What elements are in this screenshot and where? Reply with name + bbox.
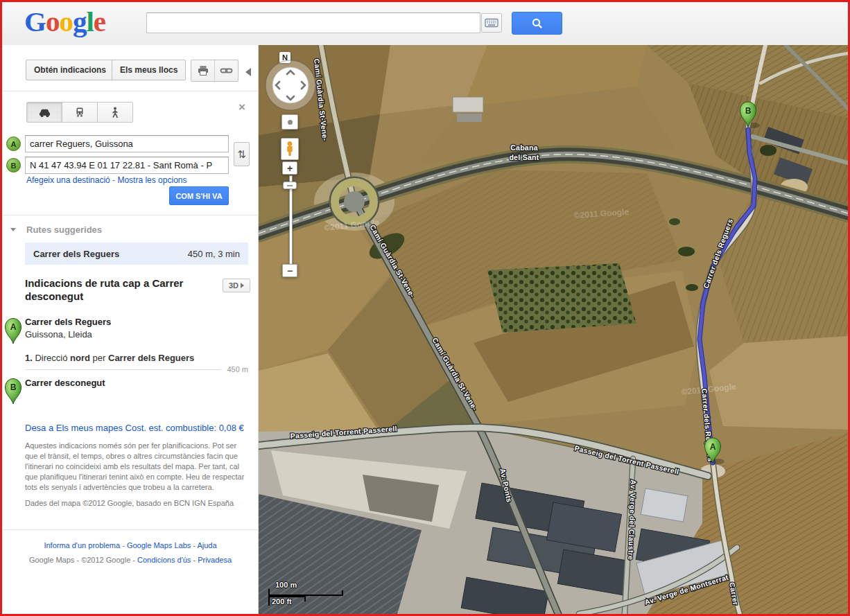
- place-label: del Sant: [509, 153, 539, 161]
- google-maps-window: Google Obtén indicacions Els meus llocs: [0, 0, 850, 616]
- zoom-slider-track[interactable]: [289, 175, 293, 268]
- maps-labs-link[interactable]: Google Maps Labs: [127, 541, 191, 549]
- start-subtitle: Guissona, Lleida: [25, 329, 92, 340]
- divider: [2, 215, 259, 215]
- report-problem-link[interactable]: Informa d'un problema: [44, 541, 120, 549]
- add-destination-link[interactable]: Afegeix una destinació: [26, 175, 110, 185]
- scale-bar-metric: [268, 590, 343, 596]
- route-distance-time: 450 m, 3 min: [188, 249, 240, 259]
- scale-metric-label: 100 m: [275, 581, 297, 589]
- pan-control[interactable]: [264, 59, 317, 112]
- google-logo[interactable]: Google: [24, 5, 105, 38]
- handle-grip: [287, 185, 293, 186]
- directions-disclaimer: Aquestes indicacions només són per fer p…: [25, 441, 248, 493]
- pegman-icon: [285, 141, 295, 157]
- zoom-slider-handle[interactable]: [283, 182, 297, 189]
- print-link-group: [191, 60, 238, 82]
- reset-view-button[interactable]: [281, 114, 298, 130]
- help-link[interactable]: Ajuda: [197, 541, 216, 549]
- search-input[interactable]: [146, 12, 480, 33]
- scale-imperial-label: 200 ft: [272, 597, 292, 606]
- waypoint-b-badge: B: [6, 158, 21, 173]
- zoom-out-button[interactable]: −: [282, 264, 297, 277]
- waypoint-links: Afegeix una destinació - Mostra les opci…: [26, 175, 187, 185]
- transit-icon: [74, 107, 85, 118]
- close-directions-icon[interactable]: ×: [238, 100, 245, 114]
- travel-mode-tabs: [26, 102, 133, 123]
- play-3d-icon: [241, 283, 244, 288]
- divider: [2, 529, 259, 530]
- start-title[interactable]: Carrer dels Reguers: [25, 317, 111, 327]
- map-data-attribution: Dades del mapa ©2012 Google, basado en B…: [25, 499, 234, 507]
- distance-rule: [25, 369, 221, 370]
- footer-links: Informa d'un problema - Google Maps Labs…: [2, 541, 259, 549]
- get-directions-button[interactable]: Obtén indicacions: [26, 60, 114, 80]
- destination-input[interactable]: [25, 157, 229, 174]
- get-route-button[interactable]: COM S'HI VA: [169, 186, 229, 205]
- step-1[interactable]: 1. Direcció nord per Carrer dels Reguers: [25, 353, 194, 363]
- map-canvas[interactable]: ©2011 Google ©2011 Google ©2011 Google C…: [259, 45, 848, 614]
- footer-legal: Google Maps - ©2012 Google - Condicions …: [2, 556, 259, 564]
- origin-input[interactable]: [25, 135, 229, 152]
- waypoint-a-badge: A: [6, 137, 21, 151]
- dot-icon: [288, 120, 293, 125]
- place-label: Cabana: [510, 143, 538, 152]
- tab-walking[interactable]: [97, 103, 132, 122]
- link-icon: [220, 65, 233, 76]
- svg-text:A: A: [710, 442, 716, 452]
- suggested-route-item[interactable]: Carrer dels Reguers 450 m, 3 min: [25, 243, 248, 265]
- collapse-routes-icon[interactable]: [10, 228, 16, 231]
- fuel-cost-link[interactable]: Cost. est. combustible: 0,08 €: [125, 423, 244, 433]
- directions-heading: Indicacions de ruta cap a Carrer descone…: [25, 276, 214, 303]
- privacy-link[interactable]: Privadesa: [198, 556, 232, 564]
- car-icon: [38, 107, 51, 118]
- search-button[interactable]: [512, 12, 562, 35]
- my-places-button[interactable]: Els meus llocs: [112, 60, 186, 80]
- svg-text:B: B: [10, 382, 17, 392]
- tab-transit[interactable]: [62, 103, 97, 122]
- show-options-link[interactable]: Mostra les opcions: [117, 175, 187, 185]
- directions-panel: Obtén indicacions Els meus llocs: [2, 45, 259, 614]
- link-separator: -: [112, 175, 115, 185]
- view-3d-button[interactable]: 3D: [223, 279, 250, 292]
- swap-waypoints-button[interactable]: ⇅: [234, 142, 250, 166]
- route-name: Carrer dels Reguers: [33, 249, 119, 259]
- share-link-button[interactable]: [214, 60, 238, 81]
- virtual-keyboard-button[interactable]: [481, 13, 502, 33]
- save-to-my-maps-link[interactable]: Desa a Els meus mapes: [25, 423, 123, 433]
- search-icon: [531, 17, 544, 30]
- collapse-panel-arrow[interactable]: [245, 68, 251, 76]
- satellite-imagery: ©2011 Google ©2011 Google ©2011 Google C…: [259, 45, 848, 614]
- pedestrian-icon: [110, 107, 120, 118]
- step-1-distance: 450 m: [25, 365, 248, 373]
- keyboard-icon: [485, 18, 498, 28]
- zoom-in-button[interactable]: +: [282, 161, 297, 175]
- end-title[interactable]: Carrer desconegut: [25, 378, 105, 388]
- tab-driving[interactable]: [27, 103, 62, 122]
- save-row: Desa a Els meus mapes Cost. est. combust…: [25, 423, 244, 433]
- svg-text:A: A: [10, 322, 17, 332]
- header: Google: [2, 2, 848, 46]
- pegman-control[interactable]: [281, 138, 299, 160]
- print-button[interactable]: [191, 60, 214, 81]
- suggested-routes-title: Rutes suggerides: [26, 225, 102, 235]
- pin-a: A: [4, 315, 22, 344]
- divider: [2, 91, 259, 91]
- pin-b: B: [4, 376, 22, 405]
- print-icon: [197, 65, 209, 76]
- svg-text:B: B: [745, 106, 752, 116]
- terms-link[interactable]: Condicions d'ús: [137, 556, 191, 564]
